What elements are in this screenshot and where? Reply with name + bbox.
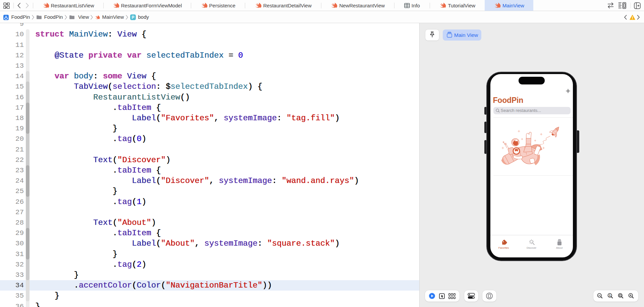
- svg-text:1: 1: [609, 294, 611, 297]
- svg-text:P: P: [131, 15, 134, 20]
